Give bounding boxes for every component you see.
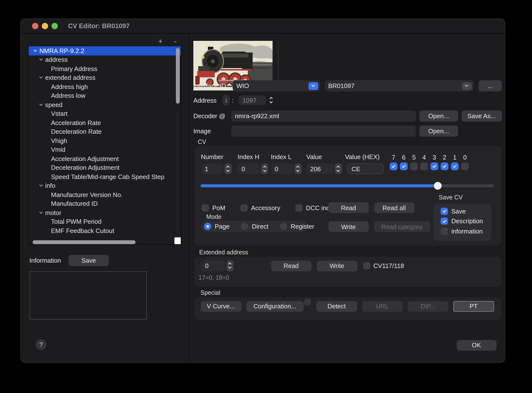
mode-radio-register[interactable]: Register: [280, 223, 314, 230]
image-file-field[interactable]: [231, 125, 416, 137]
dcc-index-checkbox[interactable]: [295, 204, 302, 211]
chevron-down-icon[interactable]: [38, 58, 44, 62]
image-open-button[interactable]: Open...: [419, 125, 458, 137]
information-save-button[interactable]: Save: [69, 255, 109, 266]
information-textarea[interactable]: [30, 271, 147, 320]
decoder-saveas-button[interactable]: Save As...: [462, 110, 502, 122]
detect-button[interactable]: Detect: [316, 301, 357, 312]
tree-item[interactable]: Manufacturer Version No.: [29, 190, 181, 199]
radio-icon[interactable]: [241, 223, 249, 230]
tree-item[interactable]: address: [29, 55, 181, 64]
information-checkbox[interactable]: [441, 228, 448, 235]
bit-1-checkbox[interactable]: [451, 162, 459, 170]
tree-item[interactable]: Vhigh: [29, 136, 181, 145]
tree-item[interactable]: motor: [29, 208, 181, 217]
tree-item[interactable]: Acceleration Rate: [29, 118, 181, 127]
close-button[interactable]: [32, 23, 38, 29]
add-button[interactable]: +: [156, 37, 164, 45]
tree-item[interactable]: speed: [29, 100, 181, 109]
extended-write-button[interactable]: Write: [317, 260, 357, 271]
ok-button[interactable]: OK: [456, 340, 496, 350]
radio-icon[interactable]: [280, 223, 287, 230]
extended-address-field[interactable]: 0: [201, 260, 225, 271]
cv-number-stepper[interactable]: [224, 163, 232, 174]
interface-id-select[interactable]: WIO: [232, 80, 320, 91]
decoder-label: Decoder @: [193, 110, 225, 122]
radio-icon[interactable]: [204, 223, 211, 230]
cv-index-l-stepper[interactable]: [294, 163, 301, 174]
chevron-down-icon[interactable]: [38, 76, 44, 80]
extended-address-stepper[interactable]: [226, 260, 233, 271]
cv-index-h-field[interactable]: 0: [238, 163, 260, 174]
read-all-button[interactable]: Read all: [374, 202, 414, 213]
help-button[interactable]: ?: [36, 339, 46, 350]
tree-item[interactable]: EMF Feedback Cutout: [29, 226, 181, 235]
zoom-button[interactable]: [51, 23, 58, 29]
description-checkbox[interactable]: [441, 218, 448, 225]
pt-button[interactable]: PT: [453, 301, 494, 312]
minimize-button[interactable]: [42, 23, 48, 29]
tree-item[interactable]: NMRA RP-9.2.2: [29, 46, 181, 55]
write-button[interactable]: Write: [328, 221, 369, 232]
cv-value-hex-field[interactable]: CE: [347, 163, 383, 174]
bit-column: 5: [409, 152, 419, 170]
tree-item[interactable]: Deceleration Rate: [29, 127, 181, 136]
chevron-down-icon[interactable]: [38, 211, 44, 215]
tree-item[interactable]: Speed Table/Mid-range Cab Speed Step: [29, 172, 181, 181]
chevron-down-icon[interactable]: [38, 103, 44, 107]
horizontal-scrollbar[interactable]: [33, 240, 136, 244]
vertical-scrollbar[interactable]: [176, 48, 180, 104]
configuration-checkbox[interactable]: [304, 299, 311, 305]
chevron-down-icon[interactable]: [462, 82, 472, 90]
bit-2-checkbox[interactable]: [441, 162, 448, 170]
bit-6-checkbox[interactable]: [400, 162, 408, 170]
cv-index-l-field[interactable]: 0: [271, 163, 293, 174]
extended-read-button[interactable]: Read: [271, 260, 311, 271]
number-column-header: Number: [201, 153, 223, 161]
loco-id-select[interactable]: BR01097: [324, 80, 473, 91]
v-curve-button[interactable]: V Curve...: [200, 301, 241, 312]
cv117-checkbox[interactable]: [363, 262, 370, 269]
more-button[interactable]: ...: [479, 80, 502, 91]
decoder-file-field[interactable]: nmra-rp922.xml: [231, 110, 416, 122]
decoder-open-button[interactable]: Open...: [419, 110, 458, 122]
cv-value-stepper[interactable]: [335, 163, 342, 174]
tree-item[interactable]: info: [29, 181, 181, 190]
bit-7-checkbox[interactable]: [390, 162, 397, 170]
tree-item[interactable]: Manufactured ID: [29, 199, 181, 208]
cv-value-field[interactable]: 206: [306, 163, 334, 174]
accessory-checkbox[interactable]: [240, 204, 248, 211]
tree-item[interactable]: Total PWM Period: [29, 217, 181, 226]
tree-item[interactable]: Vmid: [29, 145, 181, 154]
cv-number-field[interactable]: 1: [201, 163, 223, 174]
tree-item[interactable]: Address low: [29, 91, 181, 100]
mode-radio-direct[interactable]: Direct: [241, 223, 268, 230]
tree-item[interactable]: Acceleration Adjustment: [29, 154, 181, 163]
save-cv-option-label: Description: [451, 218, 483, 225]
cv-index-h-stepper[interactable]: [261, 163, 268, 174]
configuration-button[interactable]: Configuration...: [246, 301, 303, 312]
cv117-row: CV117/118: [363, 260, 404, 271]
chevron-down-icon[interactable]: [33, 49, 38, 53]
bit-5-checkbox[interactable]: [410, 162, 418, 170]
bit-4-checkbox[interactable]: [420, 162, 428, 170]
chevron-down-icon[interactable]: [38, 184, 44, 188]
read-button[interactable]: Read: [328, 202, 369, 213]
tree-item[interactable]: Address high: [29, 82, 181, 91]
tree-item[interactable]: extended address: [29, 73, 181, 82]
address-stepper[interactable]: [267, 94, 275, 106]
slider-thumb[interactable]: [434, 182, 442, 189]
chevron-down-icon[interactable]: [308, 82, 318, 90]
remove-button[interactable]: -: [172, 37, 179, 45]
cv-value-slider[interactable]: [201, 184, 494, 187]
tree-item-label: Vmid: [51, 146, 65, 153]
tree-item[interactable]: Primary Address: [29, 64, 181, 73]
bit-0-checkbox[interactable]: [461, 162, 469, 170]
bit-3-checkbox[interactable]: [430, 162, 438, 170]
tree-item[interactable]: Vstart: [29, 109, 181, 118]
save-checkbox[interactable]: [441, 208, 448, 215]
mode-radio-page[interactable]: Page: [204, 223, 230, 230]
tree-item[interactable]: Deceleration Adjustment: [29, 163, 181, 172]
tree-item-label: extended address: [45, 74, 95, 81]
pom-checkbox[interactable]: [202, 204, 209, 211]
